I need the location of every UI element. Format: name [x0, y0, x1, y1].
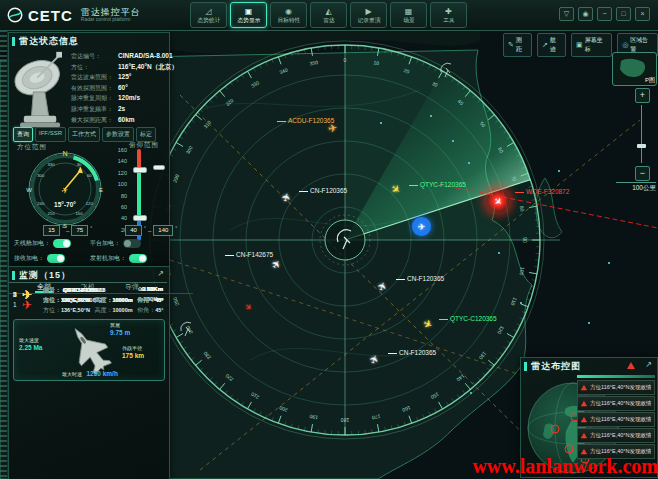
power-toggle[interactable]	[129, 254, 147, 263]
aircraft-label[interactable]: WQE-F320872	[515, 188, 569, 195]
nav-tab-icon: ◉	[285, 7, 292, 16]
nav-tab[interactable]: ◿ 态势统计	[190, 2, 227, 28]
monitor-expand-icon[interactable]: ↗	[157, 269, 164, 278]
power-toggles: 天线舱加电 平台加电 接收加电 发射机加电	[14, 239, 166, 263]
zoom-out-button[interactable]: −	[635, 166, 650, 181]
left-ruler-strip	[0, 30, 8, 479]
radar-status-field: 脉冲重复周期120m/s	[71, 94, 167, 103]
target-id: QTYC-F125422	[63, 287, 105, 293]
aircraft-icon[interactable]: ✈	[279, 189, 295, 205]
window-control-button[interactable]: ◉	[578, 7, 593, 21]
map-tool-icon: ✎	[508, 41, 514, 49]
radar-control-tab[interactable]: 参数设置	[102, 127, 134, 142]
aircraft-icon[interactable]: ✈	[412, 217, 431, 236]
azimuth-max-input[interactable]: 75	[71, 225, 88, 236]
nav-tab[interactable]: ▣ 态势显示	[230, 2, 267, 28]
nav-tab[interactable]: ✚ 工具	[430, 2, 467, 28]
alert-text: 方位116°E,40°N发现敌情	[590, 400, 651, 407]
nav-tab-label: 记录重演	[357, 16, 380, 24]
map-tool-label: 测距	[516, 36, 527, 54]
aircraft-label[interactable]: QTYC-C120365	[439, 315, 497, 322]
radar-status-field: 方位116°E,40°N（北京）	[71, 63, 167, 72]
compass-east: E	[99, 187, 103, 193]
aircraft-icon[interactable]: ✈	[269, 256, 285, 272]
alert-row[interactable]: 方位116°E,40°N发现敌情	[577, 380, 655, 395]
nav-tab-icon: ▶	[365, 7, 371, 16]
header-accent-bar	[12, 37, 15, 46]
alert-text: 方位116°E,40°N发现敌情	[590, 416, 651, 423]
aircraft-label[interactable]: CN-F142675	[225, 251, 273, 258]
radar-status-field: 雷达编号CINRAD/SA-8.001	[71, 52, 167, 61]
zoom-handle[interactable]	[637, 144, 646, 148]
map-tool-label: 航迹	[550, 36, 561, 54]
target-row[interactable]: 5 ✈ 编号 QTYC-F125422 ⊙78Km 方位136°E,50°N 高…	[9, 282, 167, 308]
aircraft-label[interactable]: ACDU-F120365	[277, 117, 334, 124]
alert-row[interactable]: 方位116°E,40°N发现敌情	[577, 412, 655, 427]
aircraft-icon[interactable]: ✈	[240, 299, 256, 315]
map-tool-button[interactable]: ▣ 屏幕坐标	[571, 33, 612, 57]
nav-tab[interactable]: ◭ 雷达	[310, 2, 347, 28]
window-controls: ▽ ◉ − □ ×	[559, 7, 650, 21]
radar-control-tab[interactable]: 标定	[136, 127, 156, 142]
power-toggle[interactable]	[47, 254, 65, 263]
elevation-min-input[interactable]: 40	[125, 225, 142, 236]
radar-control-tab[interactable]: IFF/SSR	[35, 127, 66, 142]
nav-tab[interactable]: ◉ 目标特性	[270, 2, 307, 28]
map-tool-button[interactable]: ✎ 测距	[503, 33, 532, 57]
window-control-button[interactable]: −	[597, 7, 612, 21]
radar-control-tab[interactable]: 工作方式	[68, 127, 100, 142]
top-speed-label: 最大时速	[62, 371, 82, 377]
aircraft-icon[interactable]: ✈	[367, 351, 383, 367]
aircraft-spec-card[interactable]: 翼展 9.75 m 最大速度 2.25 Ma 最大时速 1250 km/h 作战…	[13, 319, 165, 381]
radar-layout-title: 雷达布控图	[531, 360, 581, 373]
toggle-label: 天线舱加电	[14, 239, 50, 248]
zoom-in-button[interactable]: +	[635, 88, 650, 103]
aircraft-icon[interactable]: ✈	[388, 181, 404, 197]
azimuth-compass[interactable]: N E S W 3060120150210240300330 ✈ 15°-70°	[23, 147, 107, 231]
aircraft-label[interactable]: CN-F120365	[396, 275, 444, 282]
app-logo: CETC 雷达操控平台 Radar control platform	[6, 6, 141, 24]
target-index: 5	[13, 291, 17, 298]
nav-tab[interactable]: ▶ 记录重演	[350, 2, 387, 28]
map-tool-button[interactable]: ↗ 航迹	[537, 33, 566, 57]
radar-control-tab[interactable]: 查询	[13, 127, 33, 142]
nav-tab[interactable]: ▦ 场景	[390, 2, 427, 28]
svg-text:300: 300	[37, 173, 45, 178]
alert-row[interactable]: 方位116°E,40°N发现敌情	[577, 428, 655, 443]
elevation-handle-min[interactable]	[133, 215, 147, 221]
nav-tab-label: 雷达	[323, 16, 334, 24]
radar-status-field: 脉冲重复频率2s	[71, 105, 167, 114]
aircraft-icon[interactable]: ✈	[487, 190, 509, 212]
elevation-marker[interactable]	[153, 165, 165, 170]
zoom-track[interactable]	[641, 105, 642, 163]
aircraft-label[interactable]: QTYC-F120365	[409, 181, 466, 188]
azimuth-min-input[interactable]: 15	[43, 225, 60, 236]
window-control-button[interactable]: □	[616, 7, 631, 21]
layout-expand-icon[interactable]: ↗	[645, 360, 652, 369]
alert-list: 方位116°E,40°N发现敌情 方位116°E,40°N发现敌情 方位116°…	[577, 375, 655, 460]
elevation-handle-max[interactable]	[133, 167, 147, 173]
aircraft-icon: ✈	[22, 288, 32, 302]
aircraft-icon[interactable]: ✈	[420, 316, 436, 332]
alert-warning-icon	[581, 385, 587, 391]
window-control-button[interactable]: ▽	[559, 7, 574, 21]
aircraft-icon[interactable]: ✈	[375, 278, 391, 294]
combat-radius-value: 175 km	[122, 352, 144, 359]
combat-radius-label: 作战半径	[122, 346, 144, 352]
power-toggle[interactable]	[123, 239, 141, 248]
elevation-max-input[interactable]: 140	[153, 225, 173, 236]
radar-dish-image	[10, 49, 72, 133]
nav-tab-label: 目标特性	[277, 16, 300, 24]
minimap[interactable]: P图	[612, 52, 657, 86]
top-bar: CETC 雷达操控平台 Radar control platform ◿ 态势统…	[0, 0, 658, 31]
svg-text:330: 330	[48, 162, 56, 167]
aircraft-label[interactable]: CN-F120365	[299, 187, 347, 194]
location-pin-icon: ⊙	[141, 286, 146, 292]
aircraft-label[interactable]: CN-F120365	[388, 349, 436, 356]
svg-text:120: 120	[86, 201, 94, 206]
window-control-button[interactable]: ×	[635, 7, 650, 21]
power-toggle[interactable]	[53, 239, 71, 248]
header-accent-bar	[524, 362, 527, 371]
nav-tab-icon: ✚	[445, 7, 452, 16]
alert-row[interactable]: 方位116°E,40°N发现敌情	[577, 396, 655, 411]
